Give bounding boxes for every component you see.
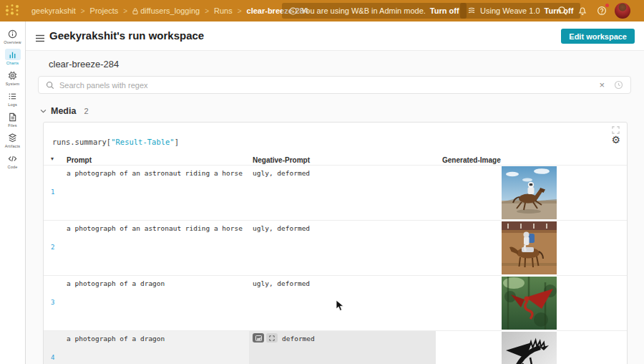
result-table-panel: runs.summary["Result-Table"] ⚙ ▾ Prompt … (43, 122, 628, 364)
admin-turn-off-button[interactable]: Turn off (430, 6, 459, 15)
sidebar-item-code[interactable]: Code (0, 153, 25, 173)
row-index: 2 (51, 244, 54, 251)
sidebar-label: Artifacts (5, 144, 21, 148)
chevron-down-icon (40, 109, 47, 113)
panel-title-code: runs.summary["Result-Table"] (52, 138, 179, 146)
bar-chart-icon (5, 49, 21, 60)
code-icon (5, 153, 21, 164)
negative-prompt-cell: ugly, deformed (253, 279, 310, 287)
notification-badge (605, 4, 609, 7)
hamburger-menu-icon[interactable] (35, 32, 45, 45)
artifacts-icon (5, 132, 21, 143)
admin-banner-text: You are using W&B in Admin mode. (301, 6, 426, 15)
run-name: clear-breeze-284 (49, 59, 119, 70)
workspace-header: Geekyrakshit's run workspace ••• Edit wo… (26, 21, 644, 51)
breadcrumb-separator: > (123, 7, 127, 15)
sidebar-label: Logs (8, 102, 17, 107)
breadcrumb-entity[interactable]: geekyrakshit (31, 6, 76, 15)
sidebar-label: Files (8, 123, 17, 128)
logs-icon (5, 90, 21, 102)
sidebar-item-artifacts[interactable]: Artifacts (0, 132, 25, 153)
filter-dropdown-icon[interactable]: ▾ (51, 155, 54, 162)
fullscreen-icon[interactable] (612, 126, 620, 134)
column-header-prompt[interactable]: Prompt (67, 156, 92, 164)
breadcrumb-separator: > (81, 7, 85, 15)
cpu-icon (5, 70, 21, 81)
avatar[interactable] (615, 3, 630, 19)
code-string: "Result-Table" (111, 138, 175, 146)
sidebar-item-logs[interactable]: Logs (0, 90, 25, 111)
bell-icon[interactable] (577, 5, 588, 16)
sidebar-label: Code (8, 165, 18, 169)
history-clock-icon[interactable] (614, 80, 623, 90)
generated-image[interactable] (502, 166, 557, 219)
breadcrumb: geekyrakshit > Projects > diffusers_logg… (31, 0, 308, 21)
prompt-cell: a photograph of an astronaut riding a ho… (67, 224, 247, 232)
search-icon (46, 81, 54, 90)
negative-prompt-cell: ugly, deformed (253, 169, 310, 177)
row-index: 3 (51, 299, 54, 306)
cell-hover-actions (253, 333, 278, 343)
table-body: 1 a photograph of an astronaut riding a … (44, 165, 627, 364)
code-prefix: runs.summary[ (52, 138, 111, 146)
lock-icon (132, 8, 138, 14)
panel-search-bar: × (38, 76, 631, 94)
prompt-cell: a photograph of a dragon (67, 279, 247, 287)
sidebar-label: Overview (4, 40, 21, 44)
search-input[interactable] (59, 81, 594, 90)
expand-cell-icon[interactable] (266, 333, 278, 343)
top-navbar: geekyrakshit > Projects > diffusers_logg… (0, 0, 644, 21)
table-header-row: ▾ Prompt Negative-Prompt Generated-Image (44, 156, 627, 164)
generated-image[interactable] (502, 221, 557, 274)
generated-image[interactable] (502, 277, 557, 330)
media-section-count: 2 (84, 107, 88, 115)
admin-mode-banner: You are using W&B in Admin mode. Turn of… (282, 3, 467, 19)
breadcrumb-separator: > (238, 7, 242, 15)
info-icon (5, 28, 21, 39)
sidebar-label: System (6, 82, 20, 86)
chart-view-icon[interactable] (253, 333, 264, 343)
media-section-label: Media (51, 106, 76, 116)
breadcrumb-project[interactable]: diffusers_logging (132, 6, 200, 15)
sidebar-item-system[interactable]: System (0, 70, 25, 90)
sidebar-item-charts[interactable]: Charts (0, 49, 25, 70)
breadcrumb-runs[interactable]: Runs (214, 6, 233, 15)
info-icon (289, 7, 297, 15)
breadcrumb-project-label: diffusers_logging (140, 6, 200, 15)
row-index: 1 (51, 188, 54, 196)
breadcrumb-projects[interactable]: Projects (90, 6, 119, 15)
sidebar-label: Charts (6, 61, 19, 65)
run-sidebar: Overview Charts System (0, 21, 26, 364)
workspace-content: clear-breeze-284 × Media 2 (26, 51, 644, 364)
column-header-generated-image[interactable]: Generated-Image (442, 156, 501, 164)
media-section-header[interactable]: Media 2 (40, 106, 89, 116)
weave-layers-icon (467, 6, 476, 15)
table-row: 2 a photograph of an astronaut riding a … (44, 220, 627, 275)
table-row: 4 a photograph of a dragon deformed (44, 330, 627, 364)
weave-banner-text: Using Weave 1.0 (480, 6, 540, 15)
prompt-cell: a photograph of a dragon (67, 335, 247, 343)
file-icon (5, 111, 21, 123)
sidebar-item-overview[interactable]: Overview (0, 28, 25, 49)
sidebar-item-files[interactable]: Files (0, 111, 25, 132)
column-header-negative-prompt[interactable]: Negative-Prompt (253, 156, 310, 164)
row-index: 4 (51, 354, 54, 361)
search-icon[interactable] (557, 5, 568, 16)
negative-prompt-cell: deformed (282, 335, 315, 343)
breadcrumb-separator: > (205, 7, 209, 15)
page-title: Geekyrakshit's run workspace (49, 29, 204, 42)
code-suffix: ] (175, 138, 179, 146)
clear-search-icon[interactable]: × (599, 80, 605, 90)
table-row: 3 a photograph of a dragon ugly, deforme… (44, 275, 627, 330)
wandb-run-workspace-screen: geekyrakshit > Projects > diffusers_logg… (0, 0, 644, 364)
table-row: 1 a photograph of an astronaut riding a … (44, 165, 627, 220)
wandb-logo-icon[interactable] (5, 4, 19, 20)
prompt-cell: a photograph of an astronaut riding a ho… (67, 169, 247, 177)
edit-workspace-button[interactable]: Edit workspace (561, 29, 635, 44)
help-icon[interactable] (596, 5, 608, 16)
generated-image[interactable] (502, 332, 557, 364)
negative-prompt-cell: ugly, deformed (253, 224, 310, 232)
gear-icon[interactable]: ⚙ (611, 135, 620, 145)
